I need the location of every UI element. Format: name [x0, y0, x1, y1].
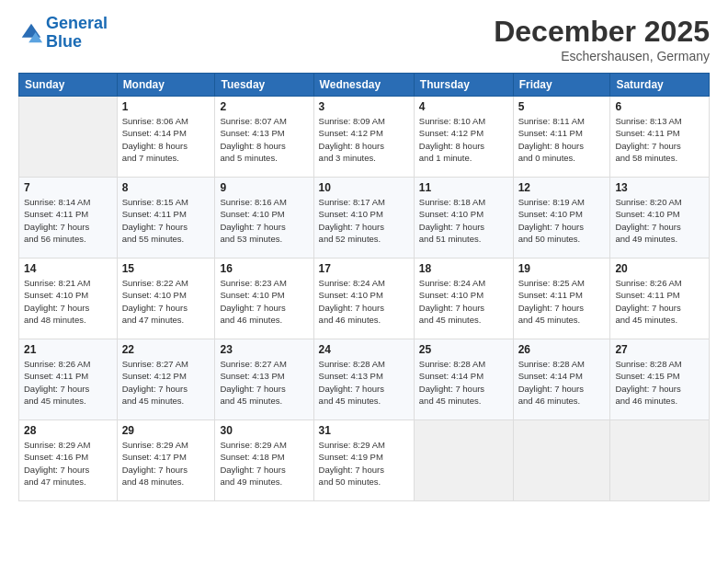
day-number: 14	[24, 262, 112, 275]
day-info: Sunrise: 8:24 AMSunset: 4:10 PMDaylight:…	[419, 277, 508, 326]
day-number: 26	[518, 343, 606, 356]
day-info: Sunrise: 8:19 AMSunset: 4:10 PMDaylight:…	[518, 196, 606, 245]
day-number: 15	[122, 262, 210, 275]
day-info: Sunrise: 8:16 AMSunset: 4:10 PMDaylight:…	[220, 196, 308, 245]
calendar-cell: 15Sunrise: 8:22 AMSunset: 4:10 PMDayligh…	[117, 259, 215, 339]
logo-icon	[18, 20, 44, 46]
day-info: Sunrise: 8:28 AMSunset: 4:14 PMDaylight:…	[518, 358, 606, 407]
logo-text: General Blue	[46, 15, 108, 52]
day-info: Sunrise: 8:28 AMSunset: 4:15 PMDaylight:…	[615, 358, 704, 407]
day-info: Sunrise: 8:14 AMSunset: 4:11 PMDaylight:…	[24, 196, 112, 245]
calendar-cell	[513, 420, 610, 501]
day-number: 24	[319, 343, 409, 356]
day-info: Sunrise: 8:26 AMSunset: 4:11 PMDaylight:…	[24, 358, 112, 407]
calendar-cell: 10Sunrise: 8:17 AMSunset: 4:10 PMDayligh…	[313, 178, 414, 259]
day-number: 29	[122, 424, 210, 437]
calendar-cell: 11Sunrise: 8:18 AMSunset: 4:10 PMDayligh…	[414, 178, 513, 259]
day-info: Sunrise: 8:28 AMSunset: 4:14 PMDaylight:…	[419, 358, 508, 407]
calendar-cell	[414, 420, 513, 501]
day-number: 6	[615, 100, 704, 113]
day-number: 9	[220, 181, 308, 194]
day-number: 2	[220, 100, 308, 113]
day-info: Sunrise: 8:25 AMSunset: 4:11 PMDaylight:…	[518, 277, 606, 326]
calendar-cell: 23Sunrise: 8:27 AMSunset: 4:13 PMDayligh…	[215, 339, 313, 420]
calendar-cell: 6Sunrise: 8:13 AMSunset: 4:11 PMDaylight…	[610, 97, 710, 178]
day-info: Sunrise: 8:23 AMSunset: 4:10 PMDaylight:…	[220, 277, 308, 326]
weekday-wednesday: Wednesday	[313, 74, 414, 97]
week-row-3: 14Sunrise: 8:21 AMSunset: 4:10 PMDayligh…	[19, 259, 710, 339]
day-info: Sunrise: 8:28 AMSunset: 4:13 PMDaylight:…	[319, 358, 409, 407]
week-row-5: 28Sunrise: 8:29 AMSunset: 4:16 PMDayligh…	[19, 420, 710, 501]
day-number: 4	[419, 100, 508, 113]
day-number: 19	[518, 262, 606, 275]
day-number: 7	[24, 181, 112, 194]
day-number: 16	[220, 262, 308, 275]
day-number: 13	[615, 181, 704, 194]
day-info: Sunrise: 8:29 AMSunset: 4:16 PMDaylight:…	[24, 439, 112, 488]
day-number: 17	[319, 262, 409, 275]
location-subtitle: Eschershausen, Germany	[494, 49, 710, 63]
day-number: 12	[518, 181, 606, 194]
day-number: 23	[220, 343, 308, 356]
day-info: Sunrise: 8:29 AMSunset: 4:18 PMDaylight:…	[220, 439, 308, 488]
calendar-cell	[19, 97, 118, 178]
calendar-cell: 4Sunrise: 8:10 AMSunset: 4:12 PMDaylight…	[414, 97, 513, 178]
weekday-thursday: Thursday	[414, 74, 513, 97]
page: General Blue December 2025 Eschershausen…	[0, 0, 728, 563]
day-number: 10	[319, 181, 409, 194]
day-info: Sunrise: 8:10 AMSunset: 4:12 PMDaylight:…	[419, 115, 508, 164]
day-number: 31	[319, 424, 409, 437]
calendar-cell: 29Sunrise: 8:29 AMSunset: 4:17 PMDayligh…	[117, 420, 215, 501]
calendar-cell: 26Sunrise: 8:28 AMSunset: 4:14 PMDayligh…	[513, 339, 610, 420]
calendar-cell: 24Sunrise: 8:28 AMSunset: 4:13 PMDayligh…	[313, 339, 414, 420]
day-number: 18	[419, 262, 508, 275]
calendar-cell: 7Sunrise: 8:14 AMSunset: 4:11 PMDaylight…	[19, 178, 118, 259]
day-info: Sunrise: 8:24 AMSunset: 4:10 PMDaylight:…	[319, 277, 409, 326]
day-number: 30	[220, 424, 308, 437]
calendar-cell: 5Sunrise: 8:11 AMSunset: 4:11 PMDaylight…	[513, 97, 610, 178]
calendar-cell: 28Sunrise: 8:29 AMSunset: 4:16 PMDayligh…	[19, 420, 118, 501]
day-info: Sunrise: 8:11 AMSunset: 4:11 PMDaylight:…	[518, 115, 606, 164]
day-info: Sunrise: 8:22 AMSunset: 4:10 PMDaylight:…	[122, 277, 210, 326]
day-number: 1	[122, 100, 210, 113]
day-info: Sunrise: 8:20 AMSunset: 4:10 PMDaylight:…	[615, 196, 704, 245]
logo: General Blue	[18, 15, 108, 52]
day-number: 27	[615, 343, 704, 356]
calendar-cell: 22Sunrise: 8:27 AMSunset: 4:12 PMDayligh…	[117, 339, 215, 420]
calendar-cell: 2Sunrise: 8:07 AMSunset: 4:13 PMDaylight…	[215, 97, 313, 178]
calendar-body: 1Sunrise: 8:06 AMSunset: 4:14 PMDaylight…	[19, 97, 710, 501]
day-number: 21	[24, 343, 112, 356]
calendar-cell: 20Sunrise: 8:26 AMSunset: 4:11 PMDayligh…	[610, 259, 710, 339]
day-number: 28	[24, 424, 112, 437]
day-info: Sunrise: 8:29 AMSunset: 4:17 PMDaylight:…	[122, 439, 210, 488]
day-info: Sunrise: 8:09 AMSunset: 4:12 PMDaylight:…	[319, 115, 409, 164]
calendar-cell: 9Sunrise: 8:16 AMSunset: 4:10 PMDaylight…	[215, 178, 313, 259]
weekday-header-row: SundayMondayTuesdayWednesdayThursdayFrid…	[19, 74, 710, 97]
calendar-cell: 18Sunrise: 8:24 AMSunset: 4:10 PMDayligh…	[414, 259, 513, 339]
calendar-cell: 19Sunrise: 8:25 AMSunset: 4:11 PMDayligh…	[513, 259, 610, 339]
week-row-2: 7Sunrise: 8:14 AMSunset: 4:11 PMDaylight…	[19, 178, 710, 259]
day-number: 5	[518, 100, 606, 113]
day-number: 25	[419, 343, 508, 356]
calendar-cell: 16Sunrise: 8:23 AMSunset: 4:10 PMDayligh…	[215, 259, 313, 339]
day-info: Sunrise: 8:21 AMSunset: 4:10 PMDaylight:…	[24, 277, 112, 326]
month-title: December 2025	[494, 15, 710, 49]
day-number: 3	[319, 100, 409, 113]
day-number: 11	[419, 181, 508, 194]
day-info: Sunrise: 8:13 AMSunset: 4:11 PMDaylight:…	[615, 115, 704, 164]
week-row-1: 1Sunrise: 8:06 AMSunset: 4:14 PMDaylight…	[19, 97, 710, 178]
day-info: Sunrise: 8:06 AMSunset: 4:14 PMDaylight:…	[122, 115, 210, 164]
calendar-cell: 12Sunrise: 8:19 AMSunset: 4:10 PMDayligh…	[513, 178, 610, 259]
calendar-cell: 1Sunrise: 8:06 AMSunset: 4:14 PMDaylight…	[117, 97, 215, 178]
weekday-saturday: Saturday	[610, 74, 710, 97]
day-number: 22	[122, 343, 210, 356]
calendar-cell: 13Sunrise: 8:20 AMSunset: 4:10 PMDayligh…	[610, 178, 710, 259]
weekday-sunday: Sunday	[19, 74, 118, 97]
calendar-cell: 3Sunrise: 8:09 AMSunset: 4:12 PMDaylight…	[313, 97, 414, 178]
weekday-friday: Friday	[513, 74, 610, 97]
calendar-cell: 21Sunrise: 8:26 AMSunset: 4:11 PMDayligh…	[19, 339, 118, 420]
calendar-cell	[610, 420, 710, 501]
calendar-cell: 8Sunrise: 8:15 AMSunset: 4:11 PMDaylight…	[117, 178, 215, 259]
day-info: Sunrise: 8:15 AMSunset: 4:11 PMDaylight:…	[122, 196, 210, 245]
day-number: 20	[615, 262, 704, 275]
